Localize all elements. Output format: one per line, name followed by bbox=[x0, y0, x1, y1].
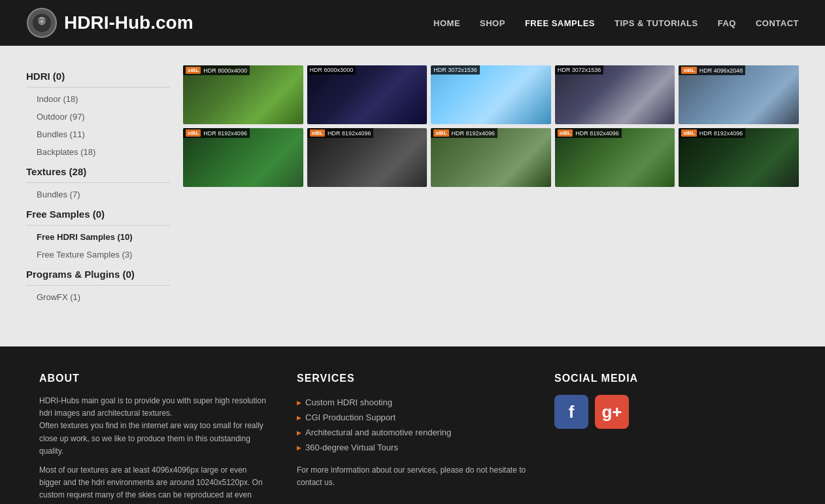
sidebar-divider-3 bbox=[26, 225, 170, 226]
gallery-item[interactable]: HDR 3072x1536 bbox=[555, 65, 675, 124]
facebook-button[interactable]: f bbox=[554, 395, 588, 429]
logo-area: HDRI-Hub.com bbox=[26, 7, 194, 39]
sibl-badge: sIBL bbox=[310, 129, 325, 137]
footer-social-heading: SOCIAL MEDIA bbox=[554, 373, 786, 384]
sibl-badge: sIBL bbox=[681, 129, 696, 137]
gallery-badge: sIBLHDR 8192x4096 bbox=[555, 128, 622, 138]
service-item: Architectural and automotive rendering bbox=[297, 425, 528, 440]
nav-contact[interactable]: CONTACT bbox=[756, 18, 799, 28]
sibl-badge: sIBL bbox=[558, 129, 573, 137]
main-nav: HOME SHOP FREE SAMPLES TIPS & TUTORIALS … bbox=[433, 18, 799, 28]
sidebar-divider-2 bbox=[26, 182, 170, 183]
gallery-badge: sIBLHDR 4096x2048 bbox=[679, 65, 745, 75]
footer-social: SOCIAL MEDIA f g+ bbox=[554, 373, 786, 504]
gallery-area: sIBLHDR 8000x4000HDR 6000x3000HDR 3072x1… bbox=[183, 65, 799, 327]
svg-point-3 bbox=[41, 20, 43, 23]
sidebar-item-free-texture[interactable]: Free Texture Samples (3) bbox=[26, 246, 170, 263]
sibl-badge: sIBL bbox=[681, 67, 696, 74]
footer-services-heading: SERVICES bbox=[297, 373, 528, 384]
gallery-badge: sIBLHDR 8000x4000 bbox=[183, 65, 250, 75]
facebook-icon: f bbox=[569, 402, 575, 422]
gallery-badge: sIBLHDR 8192x4096 bbox=[307, 128, 374, 138]
sidebar-item-hdri[interactable]: HDRI (0) bbox=[26, 65, 170, 84]
sidebar-item-backplates[interactable]: Backplates (18) bbox=[26, 143, 170, 161]
sidebar-item-programs[interactable]: Programs & Plugins (0) bbox=[26, 263, 170, 282]
nav-free-samples[interactable]: FREE SAMPLES bbox=[525, 18, 595, 28]
sidebar-item-free-hdri[interactable]: Free HDRI Samples (10) bbox=[26, 228, 170, 246]
gallery-item[interactable]: sIBLHDR 8192x4096 bbox=[431, 128, 551, 187]
gallery-item[interactable]: HDR 3072x1536 bbox=[431, 65, 551, 124]
logo-text: HDRI-Hub.com bbox=[64, 12, 194, 33]
site-header: HDRI-Hub.com HOME SHOP FREE SAMPLES TIPS… bbox=[0, 0, 825, 46]
sidebar-item-bundles-hdri[interactable]: Bundles (11) bbox=[26, 126, 170, 143]
gallery-badge: sIBLHDR 8192x4096 bbox=[679, 128, 745, 138]
nav-faq[interactable]: FAQ bbox=[718, 18, 736, 28]
sibl-badge: sIBL bbox=[186, 67, 201, 74]
gallery-item[interactable]: HDR 6000x3000 bbox=[307, 65, 428, 124]
gallery-grid: sIBLHDR 8000x4000HDR 6000x3000HDR 3072x1… bbox=[183, 65, 799, 187]
service-item: 360-degree Virtual Tours bbox=[297, 440, 528, 455]
googleplus-icon: g+ bbox=[601, 402, 622, 422]
gallery-badge: HDR 6000x3000 bbox=[307, 65, 356, 75]
footer-about-text1: HDRI-Hubs main goal is to provide you wi… bbox=[39, 395, 271, 458]
footer-contact-text: For more information about our services,… bbox=[297, 464, 528, 489]
gallery-item[interactable]: sIBLHDR 8000x4000 bbox=[183, 65, 303, 124]
gallery-badge: HDR 3072x1536 bbox=[431, 65, 480, 75]
sidebar-divider-4 bbox=[26, 285, 170, 286]
footer-about-heading: ABOUT bbox=[39, 373, 271, 384]
googleplus-button[interactable]: g+ bbox=[595, 395, 629, 429]
sidebar-item-bundles-tex[interactable]: Bundles (7) bbox=[26, 186, 170, 203]
service-item: CGI Production Support bbox=[297, 410, 528, 425]
sidebar-item-growfx[interactable]: GrowFX (1) bbox=[26, 288, 170, 306]
gallery-item[interactable]: sIBLHDR 8192x4096 bbox=[183, 128, 303, 187]
sibl-badge: sIBL bbox=[433, 129, 448, 137]
gallery-item[interactable]: sIBLHDR 8192x4096 bbox=[679, 128, 799, 187]
social-icons: f g+ bbox=[554, 395, 786, 429]
sidebar: HDRI (0) Indoor (18) Outdoor (97) Bundle… bbox=[26, 65, 170, 327]
gallery-item[interactable]: sIBLHDR 8192x4096 bbox=[555, 128, 675, 187]
footer-about: ABOUT HDRI-Hubs main goal is to provide … bbox=[39, 373, 271, 504]
gallery-badge: HDR 3072x1536 bbox=[555, 65, 604, 75]
footer-about-text2: Most of our textures are at least 4096x4… bbox=[39, 464, 271, 504]
logo-icon bbox=[26, 7, 58, 39]
gallery-badge: sIBLHDR 8192x4096 bbox=[183, 128, 250, 138]
sidebar-item-outdoor[interactable]: Outdoor (97) bbox=[26, 108, 170, 126]
services-list: Custom HDRI shootingCGI Production Suppo… bbox=[297, 395, 528, 455]
footer-services: SERVICES Custom HDRI shootingCGI Product… bbox=[297, 373, 528, 504]
nav-shop[interactable]: SHOP bbox=[480, 18, 505, 28]
nav-home[interactable]: HOME bbox=[433, 18, 460, 28]
main-content: HDRI (0) Indoor (18) Outdoor (97) Bundle… bbox=[0, 46, 825, 346]
gallery-badge: sIBLHDR 8192x4096 bbox=[431, 128, 497, 138]
sidebar-divider bbox=[26, 87, 170, 88]
nav-tips[interactable]: TIPS & TUTORIALS bbox=[615, 18, 698, 28]
gallery-item[interactable]: sIBLHDR 8192x4096 bbox=[307, 128, 428, 187]
sidebar-item-indoor[interactable]: Indoor (18) bbox=[26, 90, 170, 108]
service-item: Custom HDRI shooting bbox=[297, 395, 528, 410]
sidebar-item-free-samples[interactable]: Free Samples (0) bbox=[26, 203, 170, 222]
sidebar-item-textures[interactable]: Textures (28) bbox=[26, 161, 170, 180]
site-footer: ABOUT HDRI-Hubs main goal is to provide … bbox=[0, 346, 825, 504]
gallery-item[interactable]: sIBLHDR 4096x2048 bbox=[679, 65, 799, 124]
sibl-badge: sIBL bbox=[186, 129, 201, 137]
